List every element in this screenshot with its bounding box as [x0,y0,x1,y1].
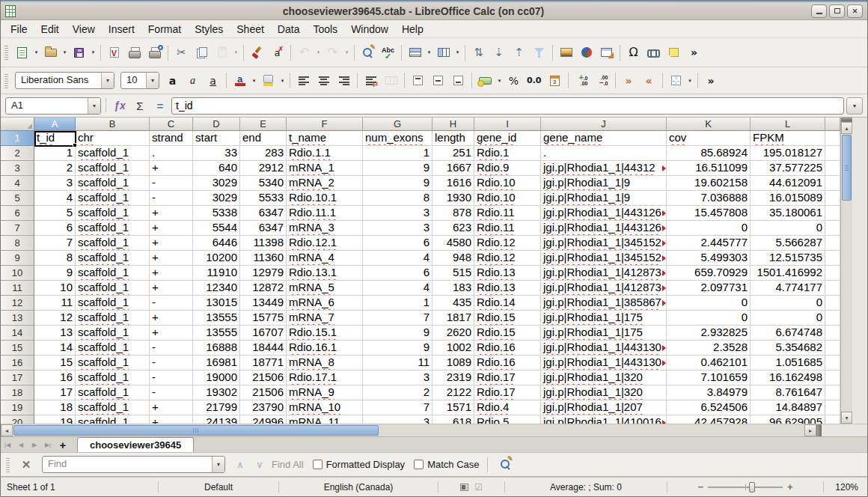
cell-overflow[interactable] [825,131,840,146]
row-header-8[interactable]: 8 [1,236,34,251]
formula-input[interactable]: t_id [171,97,844,115]
close-button[interactable]: ✕ [847,4,863,18]
cell-C10[interactable]: + [150,266,193,281]
find-previous-button[interactable]: ∧ [233,460,248,470]
cell-G2[interactable]: 1 [363,146,433,161]
date-format-button[interactable] [545,71,564,90]
cell-E8[interactable]: 11398 [240,236,287,251]
italic-button[interactable]: a [183,71,202,90]
cell-G13[interactable]: 7 [363,311,433,326]
cell-F8[interactable]: Rdio.12.1 [287,236,363,251]
row-header-17[interactable]: 17 [1,371,34,385]
export-pdf-button[interactable] [105,43,123,62]
cell-F14[interactable]: Rdio.15.1 [287,326,363,341]
name-box[interactable]: A1 ▾ [5,97,101,115]
cell-F13[interactable]: mRNA_7 [287,311,363,326]
cell-C18[interactable]: - [150,385,193,400]
cell-I18[interactable]: Rdio.17 [474,385,541,400]
row-header-19[interactable]: 19 [1,400,34,415]
cell-A20[interactable]: 19 [34,415,76,424]
menu-item-file[interactable]: File [4,21,34,37]
cell-K17[interactable]: 7.101659 [667,371,751,385]
formula-button[interactable]: = [151,97,169,115]
language-status[interactable]: English (Canada) [279,478,438,496]
cell-G11[interactable]: 4 [363,281,433,296]
borders-dropdown[interactable]: ▾ [686,71,694,90]
insert-comment-button[interactable] [664,43,683,62]
cell-D8[interactable]: 6446 [193,236,240,251]
cell-A1[interactable]: t_id [34,131,76,146]
cell-G10[interactable]: 6 [363,266,433,281]
cell-L15[interactable]: 5.354682 [751,341,825,356]
cell-J18[interactable]: jgi.p|Rhodia1_1|320 [541,385,667,400]
cell-F17[interactable]: Rdio.17.1 [287,371,363,385]
align-top-button[interactable] [409,71,427,90]
find-input[interactable]: Find ▾ [42,456,225,473]
toolbar-grip[interactable] [4,45,8,60]
zoom-slider-track[interactable] [708,487,783,488]
cell-I11[interactable]: Rdio.13 [474,281,541,296]
cell-A13[interactable]: 12 [34,311,76,326]
toolbar-grip[interactable] [4,73,8,88]
cell-H5[interactable]: 1930 [433,191,474,206]
cell-B14[interactable]: scaffold_1 [76,326,150,341]
row-header-18[interactable]: 18 [1,385,34,400]
cell-C19[interactable]: + [150,400,193,415]
cell-F20[interactable]: mRNA_11 [287,415,363,424]
autofilter-button[interactable] [530,43,548,62]
cell-L20[interactable]: 96.629005 [751,415,825,424]
cell-B4[interactable]: scaffold_1 [76,176,150,191]
cell-E3[interactable]: 2912 [240,161,287,176]
title-bar[interactable]: chooseviewer39645.ctab - LibreOffice Cal… [1,2,867,20]
cell-D11[interactable]: 12340 [193,281,240,296]
cell-E13[interactable]: 15775 [240,311,287,326]
menu-item-help[interactable]: Help [395,21,430,37]
undo-button[interactable]: ↶ [295,43,314,62]
cell-B18[interactable]: scaffold_1 [76,385,150,400]
cell-G18[interactable]: 2 [363,385,433,400]
cell-A4[interactable]: 3 [34,176,76,191]
redo-button[interactable]: ↷ [323,43,342,62]
cell-G6[interactable]: 3 [363,206,433,221]
toolbar-grip[interactable] [6,457,10,472]
cell-I1[interactable]: gene_id [474,131,541,146]
cell-J1[interactable]: gene_name [541,131,667,146]
decrease-indent-button[interactable]: « [640,71,658,90]
function-wizard-button[interactable]: ƒx [111,97,129,115]
underline-button[interactable]: a [204,71,222,90]
cell-E9[interactable]: 11360 [240,251,287,266]
cell-B13[interactable]: scaffold_1 [76,311,150,326]
cell-A10[interactable]: 9 [34,266,76,281]
cell-D5[interactable]: 3029 [193,191,240,206]
cell-J16[interactable]: jgi.p|Rhodia1_1|443130 [541,356,667,371]
cell-K3[interactable]: 16.511099 [667,161,751,176]
row-header-2[interactable]: 2 [1,146,34,161]
cell-H15[interactable]: 1002 [433,341,474,356]
cell-H17[interactable]: 2319 [433,371,474,385]
cell-I17[interactable]: Rdio.17 [474,371,541,385]
cell-overflow[interactable] [825,146,840,161]
cell-J10[interactable]: jgi.p|Rhodia1_1|412873 [541,266,667,281]
find-next-button[interactable]: ∨ [252,460,267,470]
increase-indent-button[interactable]: » [620,71,638,90]
cell-overflow[interactable] [825,415,840,424]
cell-overflow[interactable] [825,176,840,191]
cell-A14[interactable]: 13 [34,326,76,341]
cell-G16[interactable]: 11 [363,356,433,371]
cell-G9[interactable]: 4 [363,251,433,266]
column-header-C[interactable]: C [150,118,193,131]
font-size-dropdown-icon[interactable]: ▾ [146,73,159,88]
redo-dropdown[interactable]: ▾ [343,43,351,62]
row-header-16[interactable]: 16 [1,356,34,371]
cell-J6[interactable]: jgi.p|Rhodia1_1|443126 [541,206,667,221]
cell-G7[interactable]: 3 [363,221,433,236]
menu-item-tools[interactable]: Tools [306,21,344,37]
cell-F1[interactable]: t_name [287,131,363,146]
cell-overflow[interactable] [825,266,840,281]
number-format-button[interactable]: 0.0 [525,71,544,90]
cell-I15[interactable]: Rdio.16 [474,341,541,356]
cell-F6[interactable]: Rdio.11.1 [287,206,363,221]
selection-mode-icon[interactable] [460,484,468,491]
scroll-right-button[interactable]: ▸ [804,424,816,436]
cell-I12[interactable]: Rdio.14 [474,296,541,311]
